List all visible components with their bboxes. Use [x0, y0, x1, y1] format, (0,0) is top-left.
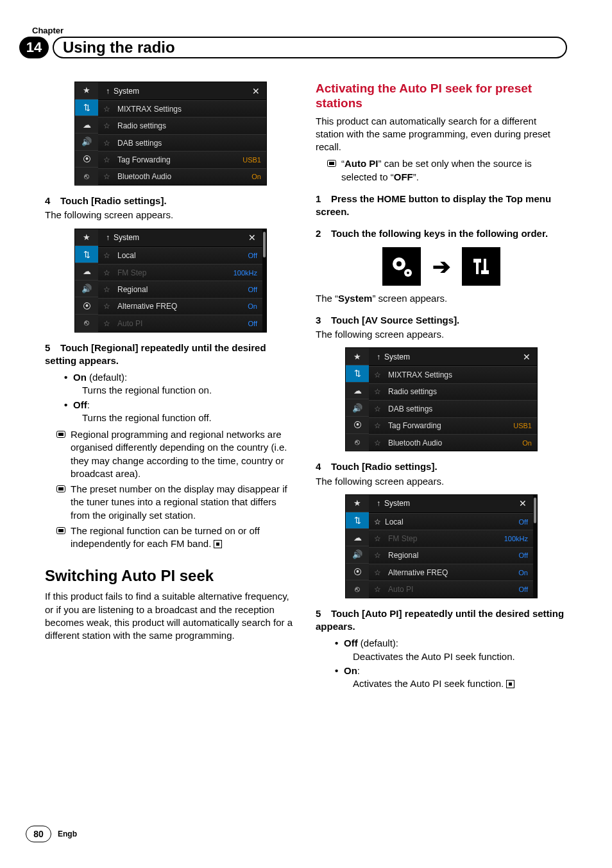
favorite-icon[interactable]: ☆	[103, 155, 114, 164]
row-fm-step[interactable]: ☆FM Step100kHz	[98, 264, 262, 281]
favorite-icon[interactable]: ☆	[103, 319, 114, 328]
favorite-icon[interactable]: ☆	[374, 370, 384, 379]
sidebar-star-icon[interactable]: ★	[75, 229, 98, 247]
row-tag-forwarding[interactable]: ☆Tag ForwardingUSB1	[98, 151, 266, 168]
scrollbar[interactable]	[533, 495, 537, 598]
screen-title: System	[114, 87, 250, 96]
favorite-icon[interactable]: ☆	[374, 551, 384, 560]
svg-rect-5	[58, 529, 64, 532]
favorite-icon[interactable]: ☆	[103, 172, 114, 181]
sidebar-cloud-icon[interactable]: ☁	[346, 529, 369, 546]
back-icon[interactable]: ↑	[373, 499, 384, 508]
bullet-on: On:Activates the Auto PI seek function.	[335, 664, 567, 691]
scrollbar[interactable]	[262, 229, 266, 332]
favorite-icon[interactable]: ☆	[103, 121, 114, 130]
sidebar-speaker-icon[interactable]: 🔊	[75, 281, 98, 298]
favorite-icon[interactable]: ☆	[103, 139, 114, 148]
favorite-icon[interactable]: ☆	[374, 404, 384, 413]
row-mixtrax[interactable]: ☆MIXTRAX Settings	[369, 366, 537, 383]
sidebar-sliders-icon[interactable]: ⇅	[75, 246, 98, 263]
row-dab-settings[interactable]: ☆DAB settings	[369, 400, 537, 417]
sidebar-bt-icon[interactable]: ⎋	[346, 434, 369, 451]
row-value: On	[251, 173, 261, 180]
favorite-icon[interactable]: ☆	[103, 105, 114, 114]
sidebar-cloud-icon[interactable]: ☁	[75, 263, 98, 281]
sidebar-bt-icon[interactable]: ⎋	[346, 580, 369, 598]
gear-icon[interactable]	[382, 247, 421, 286]
row-label: Tag Forwarding	[384, 421, 513, 430]
row-value: Off	[248, 252, 257, 259]
sidebar-sliders-icon[interactable]: ⇅	[346, 512, 369, 530]
close-icon[interactable]: ✕	[516, 498, 529, 508]
favorite-icon[interactable]: ☆	[374, 387, 384, 396]
row-regional[interactable]: ☆RegionalOff	[98, 281, 262, 297]
favorite-icon[interactable]: ☆	[103, 251, 114, 260]
favorite-icon[interactable]: ☆	[103, 268, 114, 277]
row-label: MIXTRAX Settings	[384, 370, 532, 379]
row-auto-pi[interactable]: ☆Auto PIOff	[369, 580, 533, 597]
sidebar-disc-icon[interactable]: ⦿	[75, 151, 98, 168]
row-alt-freq[interactable]: ☆Alternative FREQOn	[98, 298, 262, 315]
row-local[interactable]: ☆LocalOff	[98, 247, 262, 264]
row-value: On	[522, 439, 532, 447]
close-icon[interactable]: ✕	[250, 86, 262, 96]
bullet-off: Off:Turns the regional function off.	[64, 399, 296, 425]
close-icon[interactable]: ✕	[520, 352, 533, 362]
row-regional[interactable]: ☆RegionalOff	[369, 547, 533, 564]
row-label: Local	[114, 251, 248, 260]
row-tag-forwarding[interactable]: ☆Tag ForwardingUSB1	[369, 417, 537, 434]
back-icon[interactable]: ↑	[373, 352, 384, 361]
sidebar-cloud-icon[interactable]: ☁	[346, 383, 369, 400]
end-mark-icon	[214, 540, 222, 548]
row-label: DAB settings	[384, 404, 532, 413]
svg-point-11	[407, 272, 409, 274]
sidebar-sliders-icon[interactable]: ⇅	[75, 100, 98, 117]
row-bluetooth-audio[interactable]: ☆Bluetooth AudioOn	[369, 434, 537, 451]
sidebar-cloud-icon[interactable]: ☁	[75, 116, 98, 134]
chapter-number: 14	[19, 37, 49, 58]
sidebar-speaker-icon[interactable]: 🔊	[346, 546, 369, 564]
step-4-right: 4Touch [Radio settings].	[316, 460, 567, 473]
close-icon[interactable]: ✕	[246, 232, 259, 243]
favorite-icon[interactable]: ☆	[374, 438, 384, 447]
sidebar-bt-icon[interactable]: ⎋	[75, 315, 98, 332]
row-value: On	[518, 569, 528, 577]
auto-pi-intro: If this product fails to find a suitable…	[45, 590, 296, 642]
favorite-icon[interactable]: ☆	[374, 568, 384, 577]
sidebar-disc-icon[interactable]: ⦿	[75, 297, 98, 315]
favorite-icon[interactable]: ☆	[103, 302, 114, 311]
row-label: Tag Forwarding	[114, 155, 242, 164]
sidebar-star-icon[interactable]: ★	[346, 495, 369, 512]
wrench-icon[interactable]	[462, 247, 500, 286]
screen-title: System	[384, 352, 520, 361]
favorite-icon[interactable]: ☆	[103, 285, 114, 294]
favorite-icon[interactable]: ☆	[374, 534, 384, 543]
row-local[interactable]: ☆LocalOff	[369, 513, 533, 530]
sidebar-speaker-icon[interactable]: 🔊	[346, 399, 369, 417]
back-icon[interactable]: ↑	[102, 233, 114, 242]
svg-rect-3	[58, 487, 64, 490]
sidebar-disc-icon[interactable]: ⦿	[346, 417, 369, 434]
favorite-icon[interactable]: ☆	[374, 517, 381, 526]
favorite-icon[interactable]: ☆	[374, 585, 384, 594]
row-bluetooth-audio[interactable]: ☆Bluetooth AudioOn	[98, 168, 266, 185]
sidebar-speaker-icon[interactable]: 🔊	[75, 134, 98, 151]
sidebar-star-icon[interactable]: ★	[346, 348, 369, 365]
favorite-icon[interactable]: ☆	[374, 421, 384, 430]
note-1: Regional programming and regional networ…	[56, 428, 296, 480]
sidebar-bt-icon[interactable]: ⎋	[75, 168, 98, 185]
row-radio-settings[interactable]: ☆Radio settings	[98, 117, 266, 134]
sidebar-star-icon[interactable]: ★	[75, 82, 98, 100]
row-fm-step[interactable]: ☆FM Step100kHz	[369, 530, 533, 546]
back-icon[interactable]: ↑	[102, 87, 114, 96]
row-radio-settings[interactable]: ☆Radio settings	[369, 383, 537, 400]
sidebar-sliders-icon[interactable]: ⇅	[346, 365, 369, 383]
row-auto-pi[interactable]: ☆Auto PIOff	[98, 315, 262, 331]
row-alt-freq[interactable]: ☆Alternative FREQOn	[369, 564, 533, 580]
row-mixtrax[interactable]: ☆MIXTRAX Settings	[98, 100, 266, 117]
row-label: Radio settings	[384, 387, 532, 396]
sidebar-disc-icon[interactable]: ⦿	[346, 564, 369, 581]
row-dab-settings[interactable]: ☆DAB settings	[98, 134, 266, 151]
row-value: Off	[519, 551, 528, 559]
svg-rect-15	[481, 270, 489, 274]
